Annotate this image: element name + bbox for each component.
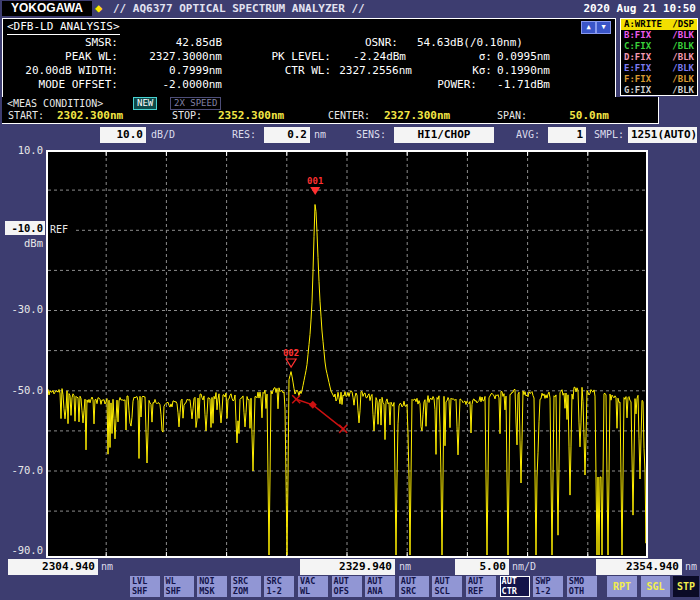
softkey-src-zom[interactable]: SRCZOM — [231, 576, 261, 597]
trace-mode: /BLK — [672, 30, 694, 40]
panel-scroll-down-button[interactable]: ▼ — [596, 21, 611, 34]
softkey-line2: MSK — [199, 587, 227, 597]
softkey-line2: ANA — [367, 587, 395, 597]
trace-legend-row-a[interactable]: A:WRITE/DSP — [621, 19, 697, 30]
yokogawa-logo: YOKOGAWA — [2, 1, 92, 16]
softkey-src-1-2[interactable]: SRC1-2 — [264, 576, 294, 597]
softkey-aut-ctr[interactable]: AUTCTR — [500, 576, 530, 597]
osa-screen: YOKOGAWA ◆ // AQ6377 OPTICAL SPECTRUM AN… — [0, 0, 700, 600]
y-tick-minus30: -30.0 — [3, 303, 43, 315]
marker-triangle-icon — [286, 359, 296, 367]
softkey-noi-msk[interactable]: NOIMSK — [197, 576, 227, 597]
ref-line-label: REF — [50, 224, 68, 235]
res-field[interactable]: 0.2 — [264, 127, 310, 143]
x-center-unit: nm — [399, 561, 411, 572]
ref-level-box[interactable]: -10.0 — [5, 221, 45, 235]
trace-legend-row-f[interactable]: F:FIX/BLK — [621, 73, 697, 84]
trace-mode: /BLK — [672, 74, 694, 84]
start-value[interactable]: 2302.300nm — [57, 109, 123, 122]
trace-legend-row-b[interactable]: B:FIX/BLK — [621, 30, 697, 41]
softkey-line2: CTR — [502, 587, 530, 597]
yokogawa-diamond-icon: ◆ — [95, 1, 102, 16]
softkey-smo-oth[interactable]: SMOOTH — [567, 576, 597, 597]
y-axis-unit: dBm — [3, 237, 43, 249]
panel-scroll-up-button[interactable]: ▲ — [581, 21, 596, 34]
softkey-aut-ana[interactable]: AUTANA — [365, 576, 395, 597]
y-tick-minus90: -90.0 — [3, 544, 43, 556]
peak-marker-001: 001 — [307, 176, 323, 195]
softkey-aut-ofs[interactable]: AUTOFS — [332, 576, 362, 597]
softkey-line2: OTH — [569, 587, 597, 597]
marker-label: 001 — [307, 176, 323, 186]
softkey-sgl[interactable]: SGL — [641, 576, 670, 597]
x-center-field[interactable]: 2329.940 — [300, 559, 395, 575]
trace-legend-row-c[interactable]: C:FIX/BLK — [621, 41, 697, 52]
softkey-line2: OFS — [334, 587, 362, 597]
softkey-rpt[interactable]: RPT — [607, 576, 637, 597]
softkey-line2: SHF — [166, 587, 194, 597]
trace-mode: /BLK — [672, 63, 694, 73]
trace-legend-row-g[interactable]: G:FIX/BLK — [621, 84, 697, 95]
trace-legend-row-e[interactable]: E:FIX/BLK — [621, 62, 697, 73]
center-value[interactable]: 2327.300nm — [384, 109, 450, 122]
grid-lines — [48, 152, 646, 556]
level-scale-unit: dB/D — [151, 129, 175, 140]
trace-legend-row-d[interactable]: D:FIX/BLK — [621, 52, 697, 63]
softkey-wl-shf[interactable]: WLSHF — [164, 576, 194, 597]
trace-mode: /BLK — [672, 85, 694, 95]
smpl-field[interactable]: 1251(AUTO) — [628, 127, 697, 143]
softkey-stp[interactable]: STP — [673, 576, 699, 597]
softkey-line2: SCL — [434, 587, 462, 597]
softkey-line2: 1-2 — [535, 587, 563, 597]
softkey-lvl-shf[interactable]: LVLSHF — [130, 576, 160, 597]
softkey-aut-ref[interactable]: AUTREF — [466, 576, 496, 597]
x-right-field[interactable]: 2354.940 — [596, 559, 682, 575]
res-unit: nm — [314, 129, 326, 140]
meas-condition-title: <MEAS CONDITION> — [7, 98, 103, 109]
softkey-line2: SHF — [132, 587, 160, 597]
new-badge: NEW — [133, 97, 157, 110]
page-title: // AQ6377 OPTICAL SPECTRUM ANALYZER // — [113, 2, 365, 15]
meas-condition-strip: <MEAS CONDITION> NEW 2X SPEED START: 230… — [2, 97, 659, 124]
osnr-value: 54.63dB(/0.10nm) — [417, 36, 523, 49]
sens-label: SENS: — [356, 129, 386, 140]
marker-label: 002 — [283, 348, 299, 358]
x-scale-field[interactable]: 5.00 — [455, 559, 509, 575]
speed-badge: 2X SPEED — [170, 97, 221, 110]
softkey-line2: SRC — [401, 587, 429, 597]
trace-mode: /BLK — [672, 52, 694, 62]
power-value: -1.71dBm — [3, 78, 550, 91]
sigma-value: 0.0995nm — [3, 50, 550, 63]
y-tick-10: 10.0 — [3, 144, 43, 156]
stop-label: STOP: — [172, 110, 202, 121]
x-left-unit: nm — [101, 561, 113, 572]
x-left-field[interactable]: 2304.940 — [8, 559, 98, 575]
softkey-line2: REF — [468, 587, 496, 597]
analysis-row-4: MODE OFFSET: -2.0000nm POWER: -1.71dBm — [3, 78, 613, 92]
trace-name: B:FIX — [624, 30, 651, 40]
avg-label: AVG: — [516, 129, 540, 140]
level-scale-field[interactable]: 10.0 — [100, 127, 146, 143]
softkey-aut-scl[interactable]: AUTSCL — [432, 576, 462, 597]
start-label: START: — [8, 110, 44, 121]
spectrum-chart: 001002 — [46, 150, 648, 558]
trace-name: D:FIX — [624, 52, 651, 62]
dfb-ld-analysis-panel: <DFB-LD ANALYSIS> ▲ ▼ SMSR: 42.85dB OSNR… — [2, 18, 616, 98]
analysis-row-2: PEAK WL: 2327.3000nm PK LEVEL: -2.24dBm … — [3, 50, 613, 64]
y-tick-minus70: -70.0 — [3, 464, 43, 476]
softkey-aut-src[interactable]: AUTSRC — [399, 576, 429, 597]
peak-marker-002: 002 — [283, 348, 299, 367]
span-value[interactable]: 50.0nm — [551, 109, 609, 122]
sens-field[interactable]: HI1/CHOP — [394, 127, 494, 143]
avg-field[interactable]: 1 — [548, 127, 586, 143]
trace-legend: A:WRITE/DSPB:FIX/BLKC:FIX/BLKD:FIX/BLKE:… — [620, 18, 698, 96]
softkey-vac-wl[interactable]: VACWL — [298, 576, 328, 597]
softkey-swp-1-2[interactable]: SWP1-2 — [533, 576, 563, 597]
analysis-row-1: SMSR: 42.85dB OSNR: 54.63dB(/0.10nm) — [3, 36, 613, 50]
trace-mode: /BLK — [672, 41, 694, 51]
analysis-panel-title: <DFB-LD ANALYSIS> — [7, 20, 120, 35]
stop-value[interactable]: 2352.300nm — [218, 109, 284, 122]
marker-triangle-icon — [310, 187, 320, 195]
datetime: 2020 Aug 21 10:50 — [583, 2, 696, 15]
trace-name: E:FIX — [624, 63, 651, 73]
